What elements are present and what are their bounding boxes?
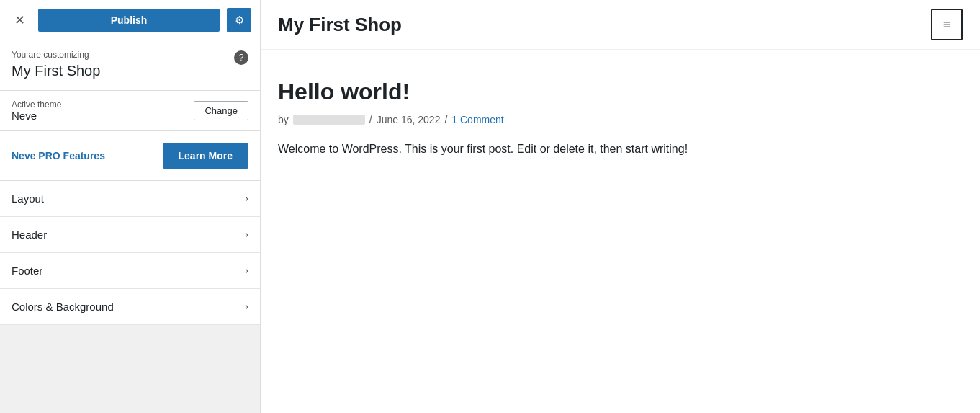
- post-title: Hello world!: [278, 79, 963, 105]
- preview-header: My First Shop ≡: [261, 0, 980, 50]
- customizing-site-name: My First Shop: [12, 61, 100, 80]
- post-meta-by: by: [278, 114, 289, 125]
- post-body: Welcome to WordPress. This is your first…: [278, 140, 963, 159]
- hamburger-button[interactable]: ≡: [931, 9, 963, 40]
- theme-name: Neve: [12, 110, 61, 122]
- menu-item-colors-background-label: Colors & Background: [12, 301, 114, 313]
- menu-item-layout-label: Layout: [12, 192, 44, 205]
- post-author-placeholder: [293, 115, 365, 125]
- menu-item-footer[interactable]: Footer ›: [0, 253, 260, 289]
- menu-item-layout[interactable]: Layout ›: [0, 181, 260, 217]
- theme-info: Active theme Neve: [12, 99, 61, 122]
- post-meta: by / June 16, 2022 / 1 Comment: [278, 114, 963, 125]
- customizer-toolbar: ✕ Publish ⚙: [0, 0, 260, 40]
- learn-more-button[interactable]: Learn More: [163, 143, 248, 169]
- preview-site-title: My First Shop: [278, 14, 402, 36]
- chevron-right-icon: ›: [245, 228, 248, 240]
- preview-content: Hello world! by / June 16, 2022 / 1 Comm…: [261, 50, 980, 176]
- post-meta-date: June 16, 2022: [377, 114, 441, 125]
- chevron-right-icon: ›: [245, 265, 248, 276]
- neve-pro-section: Neve PRO Features Learn More: [0, 131, 260, 181]
- chevron-right-icon: ›: [245, 301, 248, 312]
- close-button[interactable]: ✕: [9, 11, 31, 30]
- gear-button[interactable]: ⚙: [227, 8, 251, 32]
- menu-item-header[interactable]: Header ›: [0, 217, 260, 253]
- post-meta-separator-1: /: [369, 114, 372, 125]
- menu-item-colors-background[interactable]: Colors & Background ›: [0, 289, 260, 325]
- active-theme-label: Active theme: [12, 99, 61, 110]
- customizing-section: You are customizing My First Shop ?: [0, 40, 260, 91]
- customizer-panel: ✕ Publish ⚙ You are customizing My First…: [0, 0, 261, 413]
- preview-panel: My First Shop ≡ Hello world! by / June 1…: [261, 0, 980, 413]
- publish-button[interactable]: Publish: [38, 9, 220, 32]
- chevron-right-icon: ›: [245, 192, 248, 204]
- change-theme-button[interactable]: Change: [194, 101, 248, 120]
- neve-pro-label[interactable]: Neve PRO Features: [12, 150, 105, 161]
- help-icon[interactable]: ?: [234, 50, 248, 65]
- active-theme-section: Active theme Neve Change: [0, 91, 260, 131]
- post-comment-link[interactable]: 1 Comment: [451, 114, 503, 125]
- menu-item-header-label: Header: [12, 228, 47, 241]
- customizing-label: You are customizing: [12, 49, 100, 61]
- customizing-info: You are customizing My First Shop: [12, 49, 100, 80]
- post-meta-separator-2: /: [444, 114, 447, 125]
- menu-item-footer-label: Footer: [12, 265, 42, 277]
